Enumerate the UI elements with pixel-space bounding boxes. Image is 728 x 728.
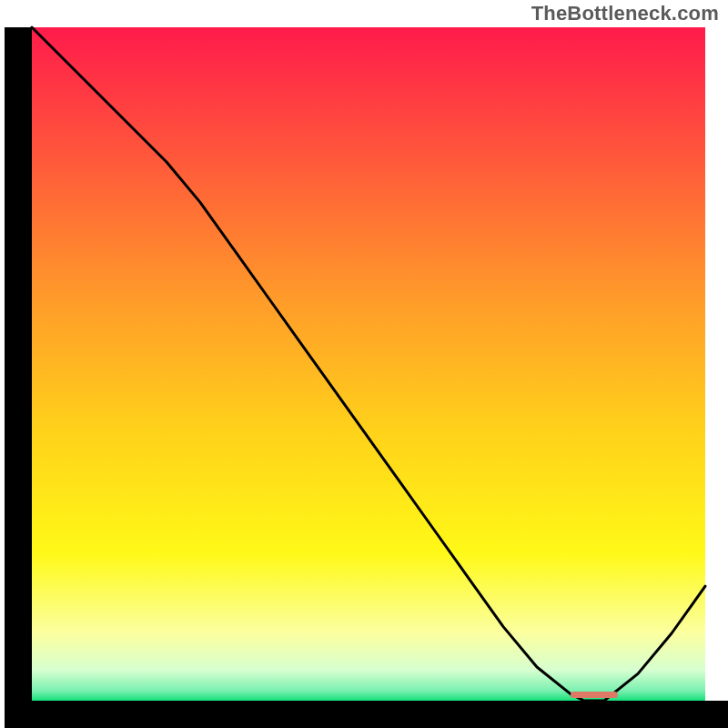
bottleneck-chart — [0, 0, 728, 728]
optimal-range-marker — [571, 692, 618, 698]
chart-stage: TheBottleneck.com — [0, 0, 728, 728]
axis-bottom — [5, 701, 728, 728]
axis-left — [5, 27, 32, 728]
